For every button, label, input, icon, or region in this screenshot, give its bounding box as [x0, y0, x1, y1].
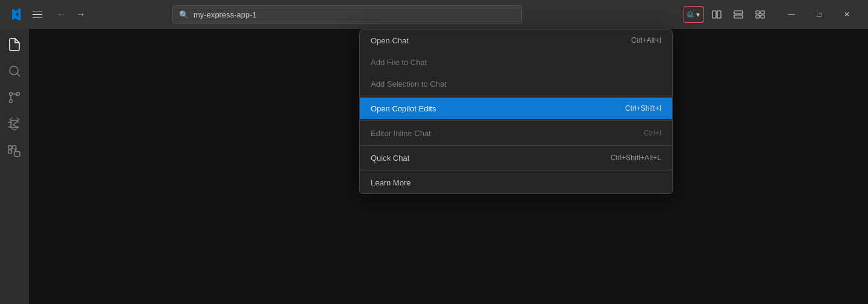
- menu-item-add-file-label: Add File to Chat: [371, 58, 427, 67]
- menu-item-inline-chat-shortcut: Ctrl+I: [644, 129, 661, 137]
- svg-rect-16: [13, 146, 16, 149]
- copilot-icon: [687, 9, 694, 20]
- layout-controls: [706, 6, 770, 23]
- svg-point-13: [10, 100, 13, 103]
- svg-point-10: [10, 66, 18, 75]
- search-text: my-express-app-1: [193, 10, 257, 19]
- hamburger-icon: [33, 11, 42, 19]
- layout-icon: [755, 10, 765, 19]
- search-bar[interactable]: 🔍 my-express-app-1: [172, 5, 522, 23]
- vscode-logo: [7, 6, 24, 23]
- menu-item-open-chat[interactable]: Open Chat Ctrl+Alt+I: [360, 29, 672, 51]
- svg-point-0: [688, 13, 690, 14]
- split-horizontal-button[interactable]: [728, 6, 749, 23]
- menu-item-copilot-edits[interactable]: Open Copilot Edits Ctrl+Shift+I: [360, 98, 672, 119]
- separator-4: [360, 170, 672, 170]
- menu-item-copilot-edits-label: Open Copilot Edits: [371, 104, 436, 113]
- explorer-icon: [7, 37, 22, 52]
- menu-item-copilot-edits-shortcut: Ctrl+Shift+I: [625, 104, 661, 113]
- forward-button[interactable]: →: [72, 6, 89, 23]
- menu-item-inline-chat-label: Editor Inline Chat: [371, 129, 431, 138]
- menu-item-inline-chat: Editor Inline Chat Ctrl+I: [360, 122, 672, 144]
- menu-item-quick-chat-shortcut: Ctrl+Shift+Alt+L: [611, 154, 661, 162]
- separator-1: [360, 96, 672, 96]
- svg-rect-4: [734, 11, 743, 14]
- svg-rect-2: [712, 11, 716, 18]
- close-button[interactable]: ✕: [833, 5, 861, 24]
- titlebar: ← → 🔍 my-express-app-1 ▼: [0, 0, 868, 29]
- svg-point-12: [17, 93, 20, 96]
- layout-button[interactable]: [750, 6, 770, 23]
- svg-rect-6: [756, 11, 760, 14]
- split-editor-button[interactable]: [706, 6, 727, 23]
- menu-item-add-selection: Add Selection to Chat: [360, 73, 672, 95]
- back-icon: ←: [57, 9, 66, 20]
- split-editor-icon: [712, 10, 722, 19]
- svg-rect-3: [717, 11, 721, 18]
- extensions-icon: [7, 143, 22, 158]
- back-button[interactable]: ←: [53, 6, 70, 23]
- nav-controls: ← →: [53, 6, 89, 23]
- menu-item-learn-more-label: Learn More: [371, 178, 410, 187]
- minimize-icon: —: [788, 10, 795, 19]
- sidebar-item-explorer[interactable]: [4, 34, 25, 55]
- window-controls: — □ ✕: [778, 5, 861, 24]
- svg-point-1: [691, 13, 692, 14]
- svg-rect-14: [8, 150, 12, 154]
- chevron-down-icon: ▼: [695, 11, 701, 18]
- separator-2: [360, 120, 672, 121]
- search-box[interactable]: 🔍 my-express-app-1: [172, 5, 522, 23]
- svg-rect-15: [8, 146, 12, 149]
- editor-area: Open Chat Ctrl+Alt+I Add File to Chat Ad…: [29, 29, 868, 304]
- hamburger-menu[interactable]: [29, 6, 46, 23]
- menu-item-open-chat-shortcut: Ctrl+Alt+I: [631, 36, 661, 45]
- menu-item-add-selection-label: Add Selection to Chat: [371, 79, 447, 88]
- sidebar-item-run-debug[interactable]: [4, 113, 25, 135]
- svg-rect-7: [761, 11, 764, 14]
- sidebar-item-source-control[interactable]: [4, 87, 25, 108]
- activity-bar: [0, 29, 29, 304]
- minimize-button[interactable]: —: [778, 5, 805, 24]
- sidebar-item-extensions[interactable]: [4, 140, 25, 161]
- titlebar-actions: ▼: [684, 5, 861, 24]
- copilot-button[interactable]: ▼: [684, 6, 704, 23]
- menu-item-open-chat-label: Open Chat: [371, 36, 409, 45]
- svg-rect-8: [756, 15, 760, 18]
- menu-item-quick-chat-label: Quick Chat: [371, 154, 409, 163]
- maximize-icon: □: [817, 10, 821, 19]
- search-icon: 🔍: [179, 10, 189, 19]
- menu-item-learn-more[interactable]: Learn More: [360, 172, 672, 193]
- svg-rect-5: [734, 15, 743, 18]
- menu-item-quick-chat[interactable]: Quick Chat Ctrl+Shift+Alt+L: [360, 147, 672, 169]
- separator-3: [360, 145, 672, 146]
- debug-icon: [7, 117, 22, 131]
- svg-rect-9: [761, 15, 764, 18]
- sidebar-item-search[interactable]: [4, 60, 25, 82]
- copilot-dropdown: Open Chat Ctrl+Alt+I Add File to Chat Ad…: [359, 29, 673, 194]
- split-horizontal-icon: [734, 10, 743, 19]
- menu-item-add-file: Add File to Chat: [360, 51, 672, 73]
- forward-icon: →: [76, 9, 86, 20]
- close-icon: ✕: [844, 10, 850, 19]
- search-icon: [7, 64, 22, 78]
- source-control-icon: [7, 90, 22, 105]
- main-area: Open Chat Ctrl+Alt+I Add File to Chat Ad…: [0, 29, 868, 304]
- maximize-button[interactable]: □: [805, 5, 833, 24]
